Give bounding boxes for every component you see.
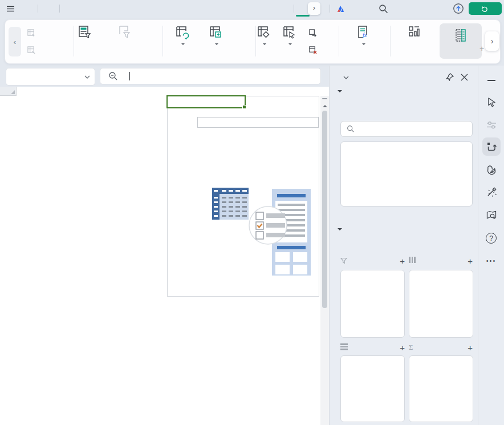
pivot-placeholder-graphic [209,185,317,280]
collapse-triangle-icon [338,90,342,95]
ungroup-button[interactable] [27,44,38,55]
values-area-header: Σ + [409,343,473,352]
ungroup-icon [27,46,35,54]
ellipsis-icon: ••• [486,257,497,264]
clear-icon [256,25,271,39]
zoom-formula-icon[interactable] [108,71,118,81]
select-all-corner[interactable] [0,87,17,96]
magic-tools-icon [486,187,497,198]
svg-text:fx: fx [363,32,367,38]
hamburger-icon [7,6,14,12]
vertical-scrollbar[interactable] [320,96,329,425]
field-list-toggle-active[interactable] [440,23,482,59]
chevron-down-icon [343,76,349,79]
text-cursor [129,72,130,80]
funnel-icon [340,257,347,264]
insert-slicer-icon [77,25,92,39]
collapse-triangle-icon [338,228,342,233]
scroll-up-arrow[interactable] [323,103,327,107]
sliders-icon [486,119,497,131]
name-box[interactable] [6,68,95,86]
pivot-pane-button-active[interactable] [482,137,501,156]
move-button[interactable] [308,27,320,38]
properties-button[interactable] [482,116,501,134]
change-data-source-button[interactable] [189,23,242,60]
columns-drop-area[interactable] [409,270,473,338]
share-icon [481,5,488,13]
upload-cloud-icon[interactable] [453,3,464,14]
question-icon: ? [486,233,497,244]
clipped-button: + [479,44,484,53]
ribbon-divider [162,26,163,56]
ribbon-collapse-button[interactable]: ‹ [9,27,21,56]
add-row-button[interactable]: + [400,343,405,353]
more-tools-button[interactable]: ••• [482,252,501,270]
filter-connections-icon [117,25,132,39]
divider [59,5,60,13]
pin-icon[interactable] [445,72,454,82]
close-icon[interactable] [460,73,469,82]
rows-drop-area[interactable] [340,355,405,422]
pivot-chart-button[interactable] [392,23,437,60]
ribbon: ‹ [5,19,501,64]
collapse-pane-button[interactable] [482,71,501,90]
reading-assist-button[interactable] [482,161,501,179]
scrollbar-split-handle[interactable] [322,98,327,99]
tools-button[interactable] [482,183,501,201]
ribbon-divider [339,26,339,56]
ribbon-expand-button[interactable]: › [485,31,499,51]
scrollbar-thumb[interactable] [322,111,327,308]
change-data-source-icon [208,25,223,39]
active-cell-selection[interactable] [166,95,246,108]
sheet-grid[interactable] [0,87,329,425]
field-list-box [340,141,473,207]
insert-slicer-button[interactable] [66,23,103,60]
pivot-areas-section-header[interactable] [338,226,346,233]
add-value-button[interactable]: + [468,343,473,353]
pane-title[interactable] [340,72,349,81]
rows-icon [340,343,348,351]
pivot-pane-icon [486,141,497,152]
divider [294,5,294,13]
pivot-chart-icon [407,25,422,39]
refresh-icon [174,25,189,39]
group-select-icon [27,29,35,37]
map-search-icon [486,209,497,221]
add-column-button[interactable]: + [468,256,473,266]
active-tab-underline [296,15,310,17]
file-menu-button[interactable] [7,0,17,17]
cursor-icon [486,96,497,108]
divider [38,5,38,13]
add-filter-button[interactable]: + [400,256,405,266]
filter-connections-button[interactable] [105,23,143,60]
fill-handle[interactable] [242,105,246,109]
values-drop-area[interactable] [409,355,473,422]
divider [330,5,330,13]
pointer-tool-button[interactable] [482,93,501,111]
navigation-button[interactable] [482,206,501,224]
search-icon[interactable] [379,4,388,14]
group-select-button[interactable] [27,27,38,38]
formula-bar[interactable] [100,68,321,84]
wps-ai-logo-icon [336,5,345,13]
pivot-table-placeholder-region[interactable] [167,96,319,297]
tab-overflow-button[interactable]: › [308,2,320,15]
help-button[interactable]: ? [482,229,501,247]
search-icon [347,125,355,133]
search-fields-input[interactable] [340,121,473,137]
columns-icon [409,257,417,265]
delete-button[interactable] [308,44,320,55]
chevron-down-icon[interactable] [84,75,90,79]
leaf-hand-icon [486,164,497,176]
select-icon [282,25,296,39]
pivot-table-pane: + + + Σ + [329,66,478,425]
fields-items-button[interactable]: fx [341,23,384,60]
fields-items-icon: fx [355,25,370,39]
field-list-section-header[interactable] [338,88,346,95]
field-list-icon [453,28,468,43]
select-button[interactable] [274,23,304,60]
filters-drop-area[interactable] [340,270,405,338]
wps-spreadsheet-app: › ‹ [0,0,504,425]
share-button[interactable] [469,2,502,15]
filters-area-header: + [340,256,405,265]
